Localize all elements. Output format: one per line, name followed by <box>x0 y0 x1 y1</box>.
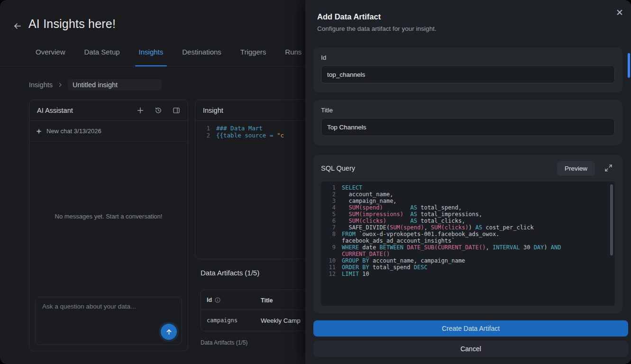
line-number: 2 <box>321 191 342 198</box>
sql-code: 1SELECT2 account_name,3 campaign_name,4 … <box>321 182 615 277</box>
cancel-button[interactable]: Cancel <box>313 341 628 357</box>
line-number <box>321 251 342 257</box>
tab-label: Overview <box>36 48 65 56</box>
page-title: AI Insights here! <box>28 17 116 31</box>
code-content: WHERE date BETWEEN DATE_SUB(CURRENT_DATE… <box>342 244 561 251</box>
sql-editor-scrollbar[interactable] <box>610 184 613 255</box>
line-number: 11 <box>321 264 342 271</box>
ai-assistant-header: AI Assistant <box>29 100 188 121</box>
column-header-id: Id <box>201 297 257 303</box>
code-content: ORDER BY total_spend DESC <box>342 264 428 271</box>
id-field-input[interactable] <box>321 65 615 83</box>
tab-label: Triggers <box>240 48 266 56</box>
tab-runs[interactable]: Runs <box>281 46 305 66</box>
tab-destinations[interactable]: Destinations <box>178 46 225 66</box>
code-line: 11ORDER BY total_spend DESC <box>321 264 615 271</box>
info-icon[interactable] <box>215 297 220 303</box>
column-label: Title <box>261 297 273 304</box>
data-artifacts-footer: Data Artifacts (1/5) <box>201 339 247 346</box>
new-chat-plus-icon[interactable] <box>137 107 144 114</box>
sparkle-icon <box>36 128 42 135</box>
code-line: 9WHERE date BETWEEN DATE_SUB(CURRENT_DAT… <box>321 244 615 251</box>
line-number: 1 <box>195 125 216 132</box>
preview-button[interactable]: Preview <box>557 161 595 176</box>
id-field-card: Id <box>313 47 622 92</box>
ai-assistant-panel: AI Assistant New chat 3/13/2026 No messa… <box>29 100 188 351</box>
code-line: facebook_ads_ad_account_insights` <box>321 237 615 244</box>
code-content: SAFE_DIVIDE(SUM(spend), SUM(clicks)) AS … <box>342 224 534 231</box>
breadcrumb-insights-link[interactable]: Insights <box>29 81 53 89</box>
code-content: campaign_name, <box>342 198 397 204</box>
chat-input[interactable] <box>36 297 182 345</box>
line-number: 5 <box>321 211 342 218</box>
sql-query-label: SQL Query <box>321 164 355 172</box>
code-content: SUM(impressions) AS total_impressions, <box>342 211 482 218</box>
code-content: FROM `owox-d-vprokopets-001.facebook_ads… <box>342 231 499 237</box>
sql-query-header: SQL Query Preview <box>313 155 622 182</box>
column-label: Id <box>207 297 212 303</box>
chat-input-container <box>35 297 182 345</box>
code-line: 5 SUM(impressions) AS total_impressions, <box>321 211 615 218</box>
expand-icon[interactable] <box>604 164 613 173</box>
insight-panel-title: Insight <box>203 107 223 114</box>
code-line: 7 SAFE_DIVIDE(SUM(spend), SUM(clicks)) A… <box>321 224 615 231</box>
tab-label: Insights <box>139 48 164 56</box>
code-content: CURRENT_DATE() <box>342 251 390 257</box>
line-number: 10 <box>321 257 342 264</box>
sql-editor[interactable]: 1SELECT2 account_name,3 campaign_name,4 … <box>321 182 615 306</box>
title-field-input[interactable] <box>321 118 615 136</box>
artifact-id: campaigns <box>207 317 238 324</box>
tab-insights[interactable]: Insights <box>135 46 167 66</box>
tab-triggers[interactable]: Triggers <box>237 46 270 66</box>
back-button[interactable] <box>11 20 24 32</box>
title-field-card: Title <box>313 100 622 145</box>
code-line: 3 campaign_name, <box>321 198 615 204</box>
close-icon[interactable]: ✕ <box>613 6 626 19</box>
chat-session-item[interactable]: New chat 3/13/2026 <box>29 121 188 142</box>
code-line: 12LIMIT 10 <box>321 271 615 277</box>
artifact-id-cell: campaigns <box>201 317 257 324</box>
code-line: 10GROUP BY account_name, campaign_name <box>321 257 615 264</box>
tab-data-setup[interactable]: Data Setup <box>81 46 124 66</box>
code-content: ### Data Mart <box>216 125 263 132</box>
line-number: 8 <box>321 231 342 237</box>
panel-toggle-icon[interactable] <box>173 107 180 114</box>
code-content: SUM(spend) AS total_spend, <box>342 204 462 211</box>
tab-label: Runs <box>285 48 302 56</box>
assistant-header-actions <box>137 107 180 114</box>
line-number: 12 <box>321 271 342 277</box>
breadcrumb-current-name[interactable]: Untitled insight <box>68 79 162 91</box>
code-line: 6 SUM(clicks) AS total_clicks, <box>321 218 615 224</box>
code-line: 4 SUM(spend) AS total_spend, <box>321 204 615 211</box>
line-number: 2 <box>195 132 216 139</box>
line-number: 7 <box>321 224 342 231</box>
app-window: AI Insights here! Overview Data Setup In… <box>0 0 631 364</box>
breadcrumb: Insights Untitled insight <box>29 79 162 91</box>
tab-overview[interactable]: Overview <box>32 46 69 66</box>
modal-title: Add Data Artifact <box>317 12 381 21</box>
add-data-artifact-modal: ✕ Add Data Artifact Configure the data a… <box>305 0 631 364</box>
history-icon[interactable] <box>155 107 162 114</box>
chat-session-label: New chat 3/13/2026 <box>46 127 101 135</box>
code-content: {{table source = "c <box>216 132 284 139</box>
modal-subtitle: Configure the data artifact for your ins… <box>317 25 436 32</box>
modal-scrollbar[interactable] <box>628 53 630 78</box>
line-number: 4 <box>321 204 342 211</box>
create-data-artifact-button[interactable]: Create Data Artifact <box>313 320 628 337</box>
code-content: SELECT <box>342 184 362 191</box>
code-content: facebook_ads_ad_account_insights` <box>342 237 455 244</box>
code-content: GROUP BY account_name, campaign_name <box>342 257 465 264</box>
chat-empty-state: No messages yet. Start a conversation! <box>29 142 188 291</box>
code-content: SUM(clicks) AS total_clicks, <box>342 218 465 224</box>
arrow-up-icon <box>165 328 173 336</box>
send-button[interactable] <box>161 324 177 340</box>
ai-assistant-title: AI Assistant <box>37 107 73 114</box>
line-number: 6 <box>321 218 342 224</box>
tab-label: Destinations <box>182 48 221 56</box>
tab-label: Data Setup <box>84 48 120 56</box>
sql-query-card: SQL Query Preview 1SELECT2 account_name,… <box>313 155 622 313</box>
line-number: 3 <box>321 198 342 204</box>
code-content: LIMIT 10 <box>342 271 369 277</box>
code-line: 8FROM `owox-d-vprokopets-001.facebook_ad… <box>321 231 615 237</box>
active-tab-underline <box>135 65 167 66</box>
